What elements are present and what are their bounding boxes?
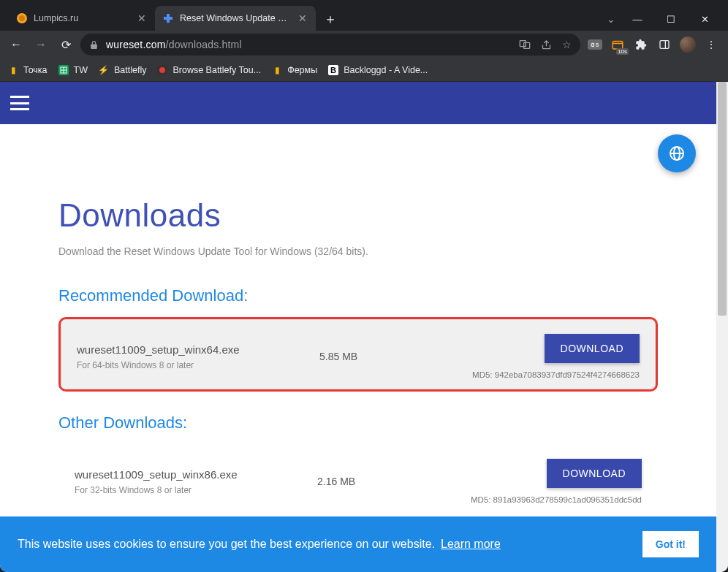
bookmark-battlefy[interactable]: Browse Battlefy Tou... — [156, 64, 261, 76]
page-title: Downloads — [58, 197, 658, 234]
extensions-menu-icon[interactable] — [633, 37, 649, 53]
profile-avatar[interactable] — [680, 37, 696, 53]
svg-rect-5 — [524, 42, 530, 48]
tab-title: Lumpics.ru — [34, 13, 130, 23]
svg-rect-4 — [520, 41, 526, 47]
battlefy-icon — [156, 64, 168, 76]
bookmark-tochka[interactable]: ▮ Точка — [7, 64, 48, 76]
extension-icons: ɑs 10s ⋮ — [585, 37, 722, 53]
scrollbar-thumb[interactable] — [718, 82, 727, 316]
browser-tab-lumpics[interactable]: Lumpics.ru ✕ — [9, 6, 155, 31]
bookmarks-bar: ▮ Точка TW ⚡ Battlefly Browse Battlefy T… — [0, 58, 728, 82]
svg-point-1 — [19, 15, 25, 21]
svg-rect-7 — [660, 41, 669, 49]
tab-title: Reset Windows Update Tool - Tro — [180, 13, 291, 23]
page-viewport: Downloads Download the Reset Windows Upd… — [0, 82, 728, 572]
extension-timer-icon[interactable]: 10s — [610, 37, 626, 53]
tab-search-icon[interactable]: ⌄ — [607, 13, 615, 25]
lock-icon — [89, 40, 99, 50]
download-row-recommended: wureset11009_setup_winx64.exe For 64-bit… — [58, 317, 658, 392]
language-fab-button[interactable] — [658, 134, 696, 172]
sheets-icon — [58, 64, 69, 76]
cookie-banner: This website uses cookies to ensure you … — [0, 516, 716, 572]
svg-text:B: B — [330, 66, 336, 75]
cookie-accept-button[interactable]: Got it! — [642, 531, 699, 557]
download-filename: wureset11009_setup_winx64.exe — [77, 343, 311, 356]
back-button[interactable]: ← — [6, 34, 26, 55]
download-description: For 32-bits Windows 8 or later — [75, 485, 308, 495]
folder-icon: ▮ — [7, 64, 19, 76]
globe-icon — [668, 145, 686, 162]
hamburger-menu-icon[interactable] — [10, 96, 29, 110]
cookie-text: This website uses cookies to ensure you … — [18, 538, 435, 551]
download-row-other: wureset11009_setup_winx86.exe For 32-bit… — [58, 444, 658, 514]
favicon-wureset — [162, 12, 174, 24]
chrome-menu-icon[interactable]: ⋮ — [703, 37, 719, 53]
battlefly-icon: ⚡ — [98, 64, 110, 76]
download-size: 2.16 MB — [317, 476, 434, 487]
minimize-button[interactable]: — — [627, 14, 648, 25]
window-titlebar: Lumpics.ru ✕ Reset Windows Update Tool -… — [0, 0, 728, 31]
side-panel-icon[interactable] — [656, 37, 672, 53]
translate-icon[interactable] — [519, 39, 531, 50]
address-bar[interactable]: wureset.com/downloads.html ☆ — [80, 34, 580, 56]
close-icon[interactable]: ✕ — [136, 12, 148, 24]
download-button[interactable]: DOWNLOAD — [545, 334, 640, 363]
page-content: Downloads Download the Reset Windows Upd… — [0, 124, 716, 544]
folder-icon: ▮ — [271, 64, 283, 76]
backloggd-icon: B — [327, 64, 339, 76]
bookmark-fermy[interactable]: ▮ Фермы — [271, 64, 317, 76]
download-description: For 64-bits Windows 8 or later — [77, 360, 311, 370]
browser-tab-wureset[interactable]: Reset Windows Update Tool - Tro ✕ — [155, 6, 316, 31]
new-tab-button[interactable]: ＋ — [320, 9, 341, 29]
bookmark-battlefly[interactable]: ⚡ Battlefly — [98, 64, 146, 76]
scrollbar[interactable] — [716, 82, 728, 572]
bookmark-backloggd[interactable]: B Backloggd - A Vide... — [327, 64, 428, 76]
download-md5: MD5: 942eba7083937dfd97524f4274668623 — [445, 370, 640, 379]
section-recommended: Recommended Download: — [58, 286, 658, 305]
close-window-button[interactable]: ✕ — [694, 14, 715, 25]
download-button[interactable]: DOWNLOAD — [547, 459, 642, 488]
bookmark-tw[interactable]: TW — [58, 64, 88, 76]
site-header — [0, 82, 716, 124]
reload-button[interactable]: ⟳ — [56, 34, 76, 55]
page-subtitle: Download the Reset Windows Update Tool f… — [58, 245, 658, 257]
url-text: wureset.com/downloads.html — [106, 39, 242, 50]
download-filename: wureset11009_setup_winx86.exe — [75, 468, 308, 481]
svg-point-14 — [159, 67, 165, 73]
cookie-learn-more-link[interactable]: Learn more — [441, 538, 501, 551]
section-other: Other Downloads: — [58, 413, 658, 432]
forward-button[interactable]: → — [31, 34, 51, 55]
svg-rect-3 — [164, 17, 172, 20]
browser-toolbar: ← → ⟳ wureset.com/downloads.html ☆ ɑs 10… — [0, 31, 728, 58]
tab-strip: Lumpics.ru ✕ Reset Windows Update Tool -… — [6, 0, 607, 31]
extension-lastfm-icon[interactable]: ɑs — [588, 39, 602, 50]
download-size: 5.85 MB — [319, 351, 436, 362]
bookmark-star-icon[interactable]: ☆ — [562, 39, 572, 50]
window-controls: — ☐ ✕ — [620, 14, 722, 31]
maximize-button[interactable]: ☐ — [661, 14, 681, 25]
close-icon[interactable]: ✕ — [297, 12, 308, 24]
share-icon[interactable] — [541, 39, 552, 50]
favicon-lumpics — [16, 12, 28, 24]
download-md5: MD5: 891a93963d278599c1ad096351ddc5dd — [443, 495, 642, 504]
